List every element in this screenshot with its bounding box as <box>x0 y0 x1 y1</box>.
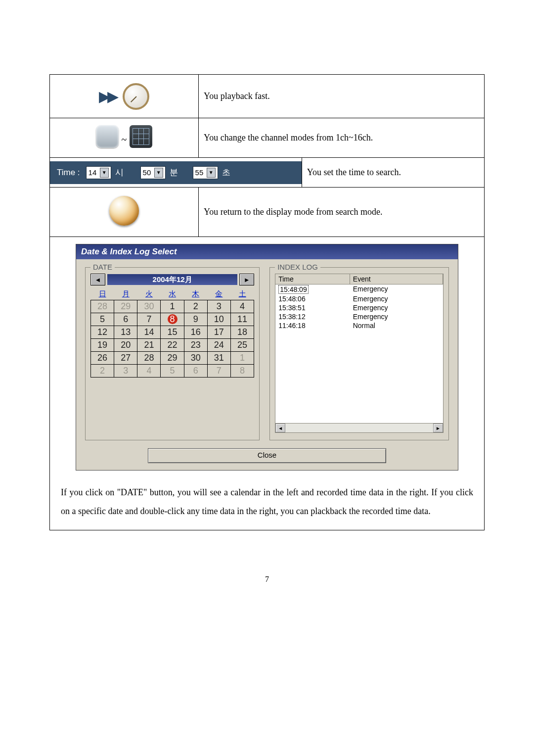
calendar-day[interactable]: 12 <box>91 326 114 339</box>
calendar-day[interactable]: 8 <box>161 313 184 326</box>
calendar-day[interactable]: 3 <box>114 365 137 378</box>
chevron-down-icon[interactable]: ▼ <box>100 168 109 178</box>
calendar-day[interactable]: 1 <box>161 300 184 313</box>
log-row[interactable]: 15:48:09Emergency <box>275 284 443 294</box>
calendar[interactable]: 日月火水木金土 28293012345678910111213141516171… <box>90 288 254 378</box>
calendar-day[interactable]: 19 <box>91 339 114 352</box>
calendar-day[interactable]: 14 <box>137 326 161 339</box>
clock-icon <box>123 83 149 110</box>
scroll-left-icon[interactable]: ◄ <box>275 424 285 432</box>
calendar-day[interactable]: 16 <box>184 326 207 339</box>
calendar-dow: 木 <box>184 288 207 300</box>
calendar-day[interactable]: 3 <box>207 300 230 313</box>
calendar-day[interactable]: 13 <box>114 326 137 339</box>
calendar-day[interactable]: 2 <box>91 365 114 378</box>
calendar-day[interactable]: 9 <box>184 313 207 326</box>
fast-playback-desc: You playback fast. <box>199 75 485 118</box>
calendar-day[interactable]: 21 <box>137 339 161 352</box>
log-row[interactable]: 15:38:12Emergency <box>275 312 443 321</box>
calendar-day[interactable]: 31 <box>207 352 230 365</box>
calendar-day[interactable]: 24 <box>207 339 230 352</box>
return-desc: You return to the display mode from sear… <box>199 188 485 237</box>
calendar-day[interactable]: 29 <box>114 300 137 313</box>
caption-text: If you click on "DATE" button, you will … <box>55 483 479 526</box>
tilde-icon: ~ <box>122 134 127 145</box>
calendar-day[interactable]: 30 <box>137 300 161 313</box>
log-row[interactable]: 11:46:18Normal <box>275 321 443 330</box>
calendar-title: 2004年12月 <box>107 274 237 285</box>
indexlog-group-label: INDEX LOG <box>275 263 320 271</box>
return-orb-icon[interactable] <box>109 196 139 226</box>
calendar-day[interactable]: 1 <box>230 352 254 365</box>
second-unit: 초 <box>222 167 230 178</box>
calendar-dow: 水 <box>161 288 184 300</box>
log-col-event[interactable]: Event <box>350 274 443 284</box>
log-row[interactable]: 15:48:06Emergency <box>275 294 443 303</box>
calendar-day[interactable]: 5 <box>161 365 184 378</box>
calendar-day[interactable]: 30 <box>184 352 207 365</box>
multi-channel-icon[interactable] <box>130 125 152 148</box>
calendar-day[interactable]: 20 <box>114 339 137 352</box>
calendar-day[interactable]: 6 <box>114 313 137 326</box>
calendar-day[interactable]: 4 <box>230 300 254 313</box>
chevron-down-icon[interactable]: ▼ <box>207 168 216 178</box>
channel-mode-desc: You change the channel modes from 1ch~16… <box>199 118 485 158</box>
calendar-day[interactable]: 23 <box>184 339 207 352</box>
chevron-down-icon[interactable]: ▼ <box>154 168 163 178</box>
close-button[interactable]: Close <box>148 448 386 463</box>
calendar-dow: 火 <box>137 288 161 300</box>
calendar-day[interactable]: 15 <box>161 326 184 339</box>
date-group-label: DATE <box>90 263 115 271</box>
calendar-day[interactable]: 26 <box>91 352 114 365</box>
minute-select[interactable]: 50 ▼ <box>140 166 166 179</box>
calendar-dow: 金 <box>207 288 230 300</box>
fast-forward-icon[interactable]: ▶▶ <box>99 88 116 105</box>
calendar-day[interactable]: 10 <box>207 313 230 326</box>
calendar-day[interactable]: 29 <box>161 352 184 365</box>
log-col-time[interactable]: Time <box>275 274 350 284</box>
calendar-dow: 月 <box>114 288 137 300</box>
calendar-day[interactable]: 7 <box>137 313 161 326</box>
date-groupbox: DATE ◄ 2004年12月 ► 日月火水木金土 28293012345678… <box>85 267 260 440</box>
calendar-prev-button[interactable]: ◄ <box>90 274 105 285</box>
calendar-day[interactable]: 28 <box>137 352 161 365</box>
return-button-cell <box>50 188 199 237</box>
hour-select[interactable]: 14 ▼ <box>86 166 111 179</box>
controls-table: ▶▶ You playback fast. ~ You change the c… <box>49 74 485 530</box>
single-channel-icon[interactable] <box>96 125 119 148</box>
calendar-dow: 土 <box>230 288 254 300</box>
calendar-day[interactable]: 5 <box>91 313 114 326</box>
scroll-right-icon[interactable]: ► <box>433 424 443 432</box>
calendar-dow: 日 <box>91 288 114 300</box>
dialog-title: Date & Index Log Select <box>76 244 458 259</box>
channel-mode-cell: ~ <box>50 118 199 158</box>
calendar-day[interactable]: 27 <box>114 352 137 365</box>
hour-unit: 시 <box>115 167 124 178</box>
minute-unit: 분 <box>170 167 178 178</box>
calendar-day[interactable]: 22 <box>161 339 184 352</box>
second-select[interactable]: 55 ▼ <box>193 166 218 179</box>
calendar-day[interactable]: 11 <box>230 313 254 326</box>
time-desc: You set the time to search. <box>302 158 484 188</box>
calendar-day[interactable]: 18 <box>230 326 254 339</box>
indexlog-groupbox: INDEX LOG Time Event 15:48:09Emergency15… <box>269 267 449 440</box>
time-label: Time : <box>57 168 80 178</box>
time-bar: Time : 14 ▼ 시 50 ▼ 분 55 ▼ <box>50 161 302 184</box>
calendar-day[interactable]: 4 <box>137 365 161 378</box>
date-index-dialog: Date & Index Log Select DATE ◄ 2004年12月 … <box>76 244 458 471</box>
index-log-list[interactable]: Time Event 15:48:09Emergency15:48:06Emer… <box>275 274 444 433</box>
calendar-next-button[interactable]: ► <box>239 274 254 285</box>
page-number: 7 <box>49 575 485 584</box>
log-row[interactable]: 15:38:51Emergency <box>275 303 443 312</box>
calendar-day[interactable]: 17 <box>207 326 230 339</box>
calendar-day[interactable]: 28 <box>91 300 114 313</box>
calendar-day[interactable]: 8 <box>230 365 254 378</box>
log-horizontal-scrollbar[interactable]: ◄ ► <box>275 423 443 432</box>
calendar-day[interactable]: 7 <box>207 365 230 378</box>
calendar-day[interactable]: 2 <box>184 300 207 313</box>
fast-playback-cell: ▶▶ <box>50 75 199 118</box>
calendar-day[interactable]: 25 <box>230 339 254 352</box>
calendar-day[interactable]: 6 <box>184 365 207 378</box>
